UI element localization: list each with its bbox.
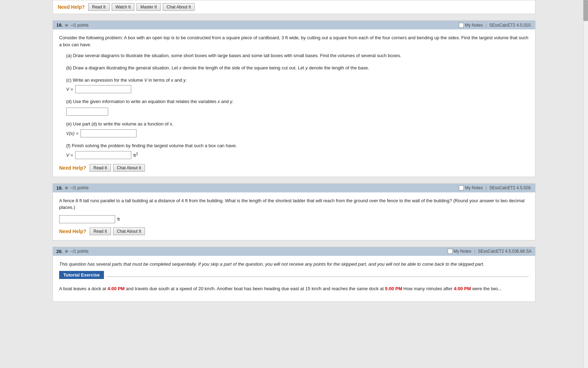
expand-icon-18[interactable]: ⊕	[65, 23, 68, 28]
tutorial-label: Tutorial Exercise	[59, 271, 104, 279]
need-help-18-label: Need Help?	[59, 165, 86, 171]
my-notes-link-18[interactable]: My Notes	[459, 23, 483, 28]
separator-18: |	[485, 23, 486, 28]
sub-question-18b: (b) Draw a diagram illustrating the gene…	[66, 64, 529, 72]
sub-18c-input[interactable]	[75, 85, 131, 93]
read-it-button-18[interactable]: Read It	[90, 164, 111, 172]
top-help-bar: Need Help? Read It Watch It Master It Ch…	[52, 0, 536, 14]
question-20-header: 20. ⊕ –/1 points My Notes | SEssCalcET2 …	[53, 247, 535, 256]
sub-18d-input[interactable]	[66, 108, 108, 116]
sub-18f-eq-label: V =	[66, 152, 73, 158]
my-notes-link-20[interactable]: My Notes	[448, 249, 471, 254]
tutorial-line	[107, 277, 529, 277]
separator-19: |	[485, 185, 486, 190]
expand-icon-20[interactable]: ⊕	[65, 249, 68, 254]
question-19-answer-row: ft	[59, 215, 529, 223]
expand-icon-19[interactable]: ⊕	[65, 185, 68, 190]
need-help-label: Need Help?	[58, 4, 85, 10]
question-20-points: –/1 points	[70, 249, 89, 254]
need-help-19-label: Need Help?	[59, 229, 86, 234]
question-19-header-right: My Notes | SEssCalcET2 4.5.028.	[459, 185, 532, 190]
sub-18f-input[interactable]	[75, 151, 131, 159]
boat-text-4: were the two...	[471, 286, 502, 291]
read-it-button-top[interactable]: Read It	[88, 3, 110, 11]
master-it-button-top[interactable]: Master It	[136, 3, 161, 11]
question-20: 20. ⊕ –/1 points My Notes | SEssCalcET2 …	[52, 247, 536, 302]
boat-text-3: How many minutes after	[402, 286, 454, 291]
sub-18f-input-row: V = ft3	[66, 151, 529, 159]
source-18: SEssCalcET2 4.5.010.	[489, 23, 532, 28]
question-18-header-right: My Notes | SEssCalcET2 4.5.010.	[459, 23, 532, 28]
question-19-text: A fence 8 ft tall runs parallel to a tal…	[59, 197, 529, 211]
chat-button-18[interactable]: Chat About It	[113, 164, 145, 172]
question-19-unit: ft	[117, 217, 120, 222]
question-19-answer-input[interactable]	[59, 215, 115, 223]
sub-question-18e: (e) Use part (d) to write the volume as …	[66, 121, 529, 137]
sub-18e-eq-label: V(x) =	[66, 131, 78, 136]
time-2: 5:00 PM	[385, 286, 402, 291]
scrollbar-thumb[interactable]	[583, 0, 588, 21]
question-18-points: –/1 points	[70, 23, 89, 28]
question-19-number: 19.	[56, 185, 63, 191]
sub-18e-input[interactable]	[80, 129, 136, 137]
question-19-points: –/1 points	[70, 185, 89, 190]
sub-18d-label: (d) Use the given information to write a…	[66, 99, 233, 104]
question-18-header: 18. ⊕ –/1 points My Notes | SEssCalcET2 …	[53, 21, 535, 29]
question-18-header-left: 18. ⊕ –/1 points	[56, 22, 89, 28]
source-19: SEssCalcET2 4.5.028.	[489, 185, 532, 190]
source-20: SEssCalcET2 4.5.036.MI.SA	[478, 249, 532, 254]
sub-18f-label: (f) Finish solving the problem by findin…	[66, 143, 237, 148]
separator-20: |	[474, 249, 475, 254]
sub-18a-label: (a) Draw several diagrams to illustrate …	[66, 53, 401, 58]
question-20-body: This question has several parts that mus…	[53, 256, 535, 301]
time-3: 4:00 PM	[454, 286, 471, 291]
question-18-number: 18.	[56, 22, 63, 28]
question-20-header-right: My Notes | SEssCalcET2 4.5.036.MI.SA	[448, 249, 532, 254]
notes-icon-20	[448, 249, 453, 254]
sub-18c-label: (c) Write an expression for the volume V…	[66, 77, 187, 83]
need-help-18-bottom: Need Help? Read It Chat About It	[59, 164, 529, 172]
question-18: 18. ⊕ –/1 points My Notes | SEssCalcET2 …	[52, 20, 536, 177]
question-19-body: A fence 8 ft tall runs parallel to a tal…	[53, 192, 535, 240]
boat-text-2: and travels due south at a speed of 20 k…	[125, 286, 385, 291]
question-20-number: 20.	[56, 249, 63, 254]
sub-18c-eq-label: V =	[66, 87, 73, 92]
chat-about-it-button-top[interactable]: Chat About It	[163, 3, 195, 11]
question-18-body: Consider the following problem: A box wi…	[53, 29, 535, 177]
question-20-boat-text: A boat leaves a dock at 4:00 PM and trav…	[59, 285, 529, 292]
notes-icon-19	[459, 185, 464, 190]
sub-18c-input-row: V =	[66, 85, 529, 93]
notes-icon-18	[459, 23, 464, 28]
sub-question-18c: (c) Write an expression for the volume V…	[66, 77, 529, 94]
chat-button-19[interactable]: Chat About It	[113, 227, 145, 235]
question-19-header: 19. ⊕ –/1 points My Notes | SEssCalcET2 …	[53, 184, 535, 192]
watch-it-button-top[interactable]: Watch It	[112, 3, 135, 11]
sub-question-18f: (f) Finish solving the problem by findin…	[66, 142, 529, 159]
my-notes-link-19[interactable]: My Notes	[459, 185, 483, 190]
scrollbar-track[interactable]	[583, 0, 588, 319]
sub-18f-unit: ft3	[133, 152, 138, 158]
need-help-19-bottom: Need Help? Read It Chat About It	[59, 227, 529, 235]
time-1: 4:00 PM	[107, 286, 125, 291]
read-it-button-19[interactable]: Read It	[90, 227, 111, 235]
tutorial-row: Tutorial Exercise	[59, 271, 529, 282]
sub-18b-label: (b) Draw a diagram illustrating the gene…	[66, 65, 369, 70]
question-19-header-left: 19. ⊕ –/1 points	[56, 185, 89, 191]
sub-18e-input-row: V(x) =	[66, 129, 529, 137]
question-19: 19. ⊕ –/1 points My Notes | SEssCalcET2 …	[52, 183, 536, 240]
question-18-text: Consider the following problem: A box wi…	[59, 34, 529, 48]
sub-question-18d: (d) Use the given information to write a…	[66, 98, 529, 116]
question-20-italic: This question has several parts that mus…	[59, 261, 529, 268]
sub-question-18a: (a) Draw several diagrams to illustrate …	[66, 52, 529, 60]
sub-18e-label: (e) Use part (d) to write the volume as …	[66, 121, 173, 127]
question-20-header-left: 20. ⊕ –/1 points	[56, 249, 89, 254]
sub-18d-input-row	[66, 108, 529, 116]
